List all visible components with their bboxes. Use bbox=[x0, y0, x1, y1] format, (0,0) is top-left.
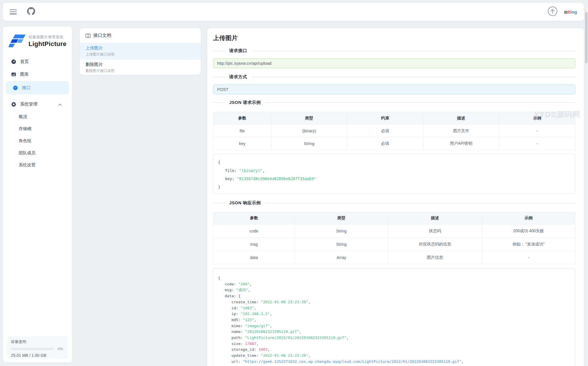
code-line: url: "https://geek-1252271632.cos.ap-che… bbox=[218, 359, 570, 365]
sidebar-item-label: 系统管理 bbox=[20, 102, 37, 107]
app-logo[interactable]: 轻量级图片管理系统 LightPicture bbox=[3, 26, 72, 48]
code-line: { bbox=[218, 158, 570, 167]
table-row: codeString状态码200成功 400失败 bbox=[213, 224, 575, 238]
app-tagline: 轻量级图片管理系统 bbox=[29, 35, 67, 40]
section-divider-request-method: 请求方式 bbox=[213, 77, 575, 77]
doc-item-delete[interactable]: 删除图片 删除图片接口说明 bbox=[80, 60, 201, 75]
table-header-cell: 类型 bbox=[271, 112, 347, 125]
code-line: { bbox=[218, 275, 570, 281]
table-header-cell: 示例 bbox=[482, 212, 575, 224]
sidebar-subitem-settings[interactable]: 系统设置 bbox=[3, 159, 72, 171]
sidebar-item-api[interactable]: 接口 bbox=[6, 81, 69, 94]
avatar-text: 相 bbox=[564, 11, 568, 14]
sidebar-subitem-label: 团队成员 bbox=[19, 150, 35, 156]
code-line: ip: "192.168.1.3", bbox=[218, 311, 570, 317]
image-icon bbox=[11, 72, 16, 77]
docs-panel-title: 接口文档 bbox=[93, 33, 111, 39]
sidebar-item-system[interactable]: 系统管理 bbox=[3, 98, 72, 110]
book-icon bbox=[86, 33, 91, 38]
scrollbar-thumb[interactable] bbox=[585, 12, 587, 63]
code-line: path: "LightPicture/2022/01/202201082323… bbox=[218, 335, 570, 341]
page-title: 上传图片 bbox=[213, 34, 575, 42]
table-cell: 用户API密钥 bbox=[423, 137, 499, 150]
code-line: create_time: "2022-01-08 23:23:39", bbox=[218, 299, 570, 305]
request-params-table: 参数类型约束描述示例file(binary)必填图片文件-keyString必填… bbox=[213, 112, 575, 150]
table-cell: (binary) bbox=[271, 125, 347, 137]
request-method-value: POST bbox=[217, 87, 228, 92]
sidebar-item-label: 接口 bbox=[22, 85, 31, 91]
back-to-top-button[interactable] bbox=[547, 6, 558, 18]
table-cell: String bbox=[271, 137, 347, 150]
sidebar-item-label: 首页 bbox=[20, 59, 29, 64]
table-header-cell: 参数 bbox=[213, 112, 271, 125]
code-line: mime: "image/gif", bbox=[218, 323, 570, 329]
app-name: LightPicture bbox=[29, 40, 67, 48]
code-line: update_time: "2022-01-08 23:23:39", bbox=[218, 353, 570, 359]
avatar-text: log bbox=[571, 10, 577, 14]
table-cell: 状态码 bbox=[388, 224, 482, 238]
request-url-value: http://pic.xyaxw.cn/api/upload bbox=[217, 61, 272, 66]
menu-toggle-icon[interactable] bbox=[10, 9, 17, 14]
table-cell: key bbox=[213, 137, 271, 150]
sidebar-subitem-members[interactable]: 团队成员 bbox=[3, 147, 72, 159]
table-header-cell: 示例 bbox=[499, 112, 575, 125]
avatar-text: B bbox=[568, 10, 571, 14]
table-cell: String bbox=[295, 224, 388, 238]
table-header-cell: 描述 bbox=[388, 212, 482, 224]
section-label: 请求方式 bbox=[225, 74, 251, 80]
sidebar-item-gallery[interactable]: 图库 bbox=[3, 68, 72, 81]
response-params-table: 参数类型描述示例codeString状态码200成功 400失败msgStrin… bbox=[213, 212, 575, 264]
table-cell: 对应状态码的信息 bbox=[388, 238, 482, 251]
code-line: } bbox=[218, 183, 570, 191]
docs-panel-header: 接口文档 bbox=[80, 28, 201, 43]
capacity-usage-text: 25.01 MB / 1.00 GB bbox=[11, 353, 64, 358]
code-line: code: "200", bbox=[218, 281, 570, 287]
table-cell: - bbox=[499, 125, 575, 137]
doc-item-upload[interactable]: 上传图片 上传图片接口说明 bbox=[80, 43, 201, 60]
table-cell: 必填 bbox=[347, 125, 423, 137]
sidebar-subitem-overview[interactable]: 概况 bbox=[3, 110, 72, 123]
table-cell: code bbox=[213, 224, 295, 238]
sidebar-subitem-label: 概况 bbox=[19, 114, 27, 119]
code-line: file: "(binary)", bbox=[218, 167, 570, 175]
table-cell: 图片信息 bbox=[388, 251, 482, 264]
capacity-usage-panel: 容量使用: 0% 25.01 MB / 1.00 GB bbox=[7, 336, 68, 359]
table-cell: Array bbox=[295, 251, 388, 264]
code-line: md5: "123", bbox=[218, 317, 570, 323]
table-cell: data bbox=[213, 251, 295, 264]
section-label: JSON 请求示例 bbox=[225, 100, 265, 105]
capacity-label: 容量使用: bbox=[11, 339, 64, 344]
sidebar-subitem-roles[interactable]: 角色组 bbox=[3, 135, 72, 147]
sidebar-subitem-label: 角色组 bbox=[19, 138, 31, 144]
top-bar: 相Blog bbox=[3, 3, 584, 21]
table-cell: 200成功 400失败 bbox=[482, 224, 575, 238]
sidebar-item-home[interactable]: 首页 bbox=[3, 55, 72, 68]
sidebar-subitem-buckets[interactable]: 存储桶 bbox=[3, 123, 72, 135]
code-line: id: "1083", bbox=[218, 305, 570, 311]
response-json-code-block: { code: "200", msg: "成功", data: { create… bbox=[213, 268, 575, 366]
request-method-field: POST bbox=[213, 85, 575, 94]
table-header-cell: 约束 bbox=[347, 112, 423, 125]
gear-icon bbox=[11, 102, 16, 107]
table-row: file(binary)必填图片文件- bbox=[213, 125, 575, 137]
section-label: JSON 响应示例 bbox=[225, 200, 265, 206]
request-json-code-block: { file: "(binary)", key: "0135b7d8cd98e4… bbox=[213, 154, 575, 194]
doc-item-desc: 上传图片接口说明 bbox=[86, 52, 195, 57]
table-cell: msg bbox=[213, 238, 295, 251]
code-line: data: { bbox=[218, 293, 570, 299]
capacity-progress-bar bbox=[11, 348, 54, 350]
chevron-up-icon[interactable] bbox=[58, 102, 66, 107]
table-cell: 必填 bbox=[347, 137, 423, 150]
table-header-cell: 参数 bbox=[213, 212, 295, 224]
table-cell: file bbox=[213, 125, 271, 137]
github-icon[interactable] bbox=[27, 7, 35, 16]
section-divider-request-example: JSON 请求示例 bbox=[213, 102, 575, 103]
api-docs-panel: 接口文档 上传图片 上传图片接口说明 删除图片 删除图片接口说明 bbox=[80, 28, 201, 75]
page: 相Blog 轻量级图片管理系统 LightPicture 首页 bbox=[0, 0, 588, 366]
table-cell: - bbox=[482, 251, 575, 264]
sidebar-subitem-label: 系统设置 bbox=[19, 162, 35, 168]
table-cell: - bbox=[499, 137, 575, 150]
doc-item-title: 删除图片 bbox=[86, 62, 195, 67]
api-icon bbox=[13, 85, 18, 91]
user-avatar[interactable]: 相Blog bbox=[564, 10, 577, 14]
